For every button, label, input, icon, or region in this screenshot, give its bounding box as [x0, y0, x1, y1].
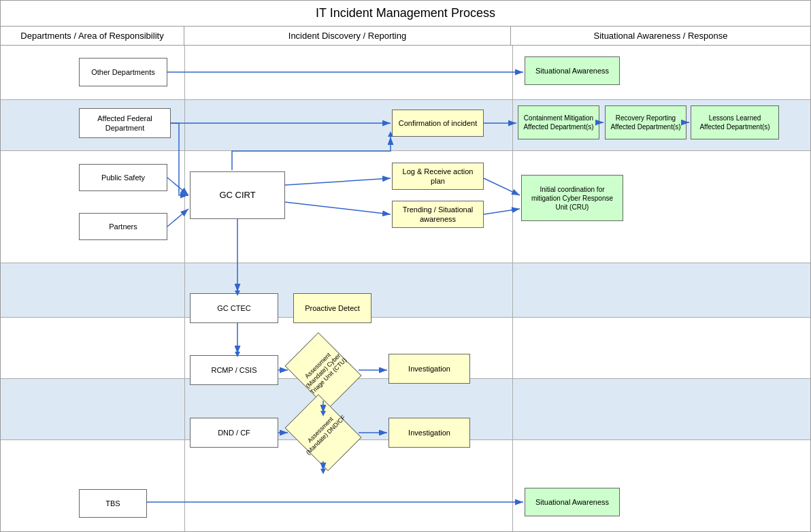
situational-awareness-top-box: Situational Awareness: [525, 56, 620, 85]
situational-label: Situational Awareness / Response: [593, 31, 727, 41]
discovery-label: Incident Discovery / Reporting: [288, 31, 406, 41]
trending-box: Trending / Situational awareness: [392, 201, 484, 228]
column-headers: Departments / Area of Responsibility Inc…: [1, 27, 810, 46]
content-area: Other Departments Situational Awareness …: [1, 46, 810, 531]
title-text: IT Incident Management Process: [316, 6, 495, 20]
page-title: IT Incident Management Process: [1, 1, 810, 27]
affected-federal-box: Affected Federal Department: [79, 108, 171, 138]
dnd-cf-box: DND / CF: [190, 418, 278, 448]
assessment-dnd-container: Assessment (Mandate) DND/CF: [289, 404, 357, 461]
lane-gc-ctec: [1, 263, 810, 318]
situational-awareness-bottom-box: Situational Awareness: [525, 488, 620, 516]
tbs-box: TBS: [79, 489, 147, 518]
col-divider-2: [512, 46, 513, 531]
recovery-box: Recovery Reporting Affected Department(s…: [605, 105, 686, 139]
investigation-ctu-box: Investigation: [388, 354, 470, 384]
containment-box: Containment Mitigation Affected Departme…: [518, 105, 599, 139]
gc-cirt-box: GC CIRT: [190, 171, 285, 219]
col-situational-header: Situational Awareness / Response: [511, 27, 810, 45]
dept-label: Departments / Area of Responsibility: [20, 31, 163, 41]
initial-coord-box: Initial coordination for mitigation Cybe…: [521, 175, 623, 221]
assessment-ctu-container: Assessment (Mandate) Cyber Triage Unit (…: [289, 341, 357, 401]
rcmp-csis-box: RCMP / CSIS: [190, 355, 278, 385]
partners-box: Partners: [79, 213, 167, 240]
lessons-box: Lessons Learned Affected Department(s): [691, 105, 779, 139]
col-dept-header: Departments / Area of Responsibility: [1, 27, 184, 45]
log-receive-box: Log & Receive action plan: [392, 163, 484, 190]
confirmation-box: Confirmation of incident: [392, 110, 484, 137]
col-discovery-header: Incident Discovery / Reporting: [184, 27, 511, 45]
public-safety-box: Public Safety: [79, 164, 167, 191]
gc-ctec-box: GC CTEC: [190, 293, 278, 323]
proactive-detect-box: Proactive Detect: [293, 293, 371, 323]
other-departments-box: Other Departments: [79, 58, 167, 86]
main-container: IT Incident Management Process Departmen…: [0, 0, 811, 532]
col-divider-1: [184, 46, 185, 531]
investigation-dnd-box: Investigation: [388, 418, 470, 448]
